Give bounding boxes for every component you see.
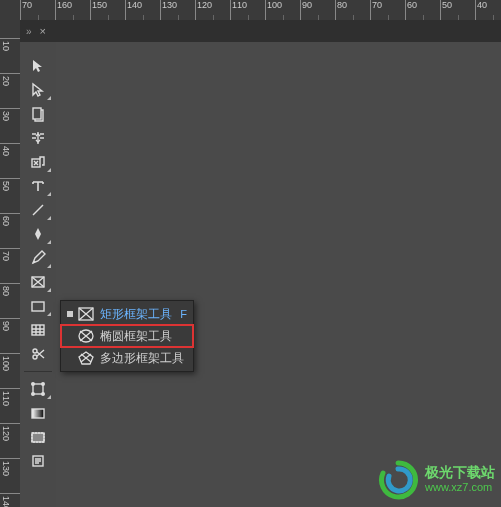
ruler-tick: 120 <box>0 423 20 458</box>
svg-point-11 <box>32 393 35 396</box>
selection-tool-icon[interactable] <box>23 54 53 78</box>
ruler-tick: 110 <box>230 0 265 20</box>
content-collector-tool-icon[interactable] <box>23 150 53 174</box>
ruler-tick: 140 <box>125 0 160 20</box>
ruler-tick: 90 <box>0 318 20 353</box>
ruler-tick: 90 <box>300 0 335 20</box>
type-tool-icon[interactable] <box>23 174 53 198</box>
ruler-tick: 20 <box>0 73 20 108</box>
polygon-frame-icon <box>78 351 94 365</box>
ruler-tick: 150 <box>90 0 125 20</box>
rectangle-frame-tool-item[interactable]: 矩形框架工具F <box>61 303 193 325</box>
ellipse-frame-tool-item[interactable]: 椭圆框架工具 <box>61 325 193 347</box>
page-tool-icon[interactable] <box>23 102 53 126</box>
ruler-tick: 80 <box>335 0 370 20</box>
watermark-title: 极光下载站 <box>425 465 495 480</box>
watermark-logo-icon <box>377 459 419 501</box>
free-transform-tool-icon[interactable] <box>23 377 53 401</box>
gradient-swatch-tool-icon[interactable] <box>23 401 53 425</box>
svg-rect-4 <box>32 302 44 311</box>
svg-point-12 <box>42 393 45 396</box>
ruler-tick: 130 <box>160 0 195 20</box>
scissors-tool-icon[interactable] <box>23 342 53 366</box>
menu-item-label: 多边形框架工具 <box>100 350 187 367</box>
ruler-tick: 40 <box>0 143 20 178</box>
ruler-tick: 100 <box>265 0 300 20</box>
watermark-url: www.xz7.com <box>425 480 495 495</box>
canvas-area[interactable] <box>56 42 501 507</box>
svg-point-7 <box>33 349 37 353</box>
note-tool-icon[interactable] <box>23 449 53 473</box>
ruler-tick: 140 <box>0 493 20 507</box>
rectangle-tool-icon[interactable] <box>23 294 53 318</box>
ruler-tick: 100 <box>0 353 20 388</box>
menu-item-label: 椭圆框架工具 <box>100 328 187 345</box>
ruler-tick: 50 <box>0 178 20 213</box>
gap-tool-icon[interactable] <box>23 126 53 150</box>
direct-selection-tool-icon[interactable] <box>23 78 53 102</box>
ruler-tick: 70 <box>370 0 405 20</box>
svg-rect-0 <box>33 108 41 119</box>
tool-separator <box>24 371 52 372</box>
vertical-ruler[interactable]: 102030405060708090100110120130140 <box>0 20 21 507</box>
ruler-tick: 60 <box>0 213 20 248</box>
ruler-tick: 160 <box>55 0 90 20</box>
menu-item-shortcut: F <box>180 308 187 320</box>
pencil-tool-icon[interactable] <box>23 246 53 270</box>
ruler-tick: 40 <box>475 0 501 20</box>
current-indicator-icon <box>67 311 73 317</box>
line-tool-icon[interactable] <box>23 198 53 222</box>
ruler-tick: 10 <box>0 38 20 73</box>
svg-point-9 <box>32 383 35 386</box>
menu-item-label: 矩形框架工具 <box>100 306 174 323</box>
close-icon[interactable]: × <box>40 25 46 37</box>
document-tab-bar: » × <box>20 20 501 42</box>
ruler-tick: 80 <box>0 283 20 318</box>
rect-frame-icon <box>78 307 94 321</box>
watermark: 极光下载站 www.xz7.com <box>377 459 495 501</box>
svg-rect-14 <box>32 433 44 442</box>
ruler-tick: 30 <box>0 108 20 143</box>
panel-expand-icon[interactable]: » <box>24 26 34 37</box>
ruler-tick: 120 <box>195 0 230 20</box>
svg-rect-5 <box>32 325 44 335</box>
svg-point-10 <box>42 383 45 386</box>
ruler-tick: 110 <box>0 388 20 423</box>
rectangle-frame-tool-icon[interactable] <box>23 270 53 294</box>
app-window: 70160150140130120110100908070605040 1020… <box>0 0 501 507</box>
horizontal-ruler[interactable]: 70160150140130120110100908070605040 <box>0 0 501 21</box>
ruler-tick: 70 <box>20 0 55 20</box>
svg-point-2 <box>37 233 39 235</box>
ruler-tick: 60 <box>405 0 440 20</box>
polygon-frame-tool-item[interactable]: 多边形框架工具 <box>61 347 193 369</box>
pen-tool-icon[interactable] <box>23 222 53 246</box>
svg-point-6 <box>33 355 37 359</box>
frame-tool-flyout: 矩形框架工具F椭圆框架工具多边形框架工具 <box>60 300 194 372</box>
svg-rect-8 <box>33 384 43 394</box>
table-tool-icon[interactable] <box>23 318 53 342</box>
ruler-tick: 130 <box>0 458 20 493</box>
gradient-feather-tool-icon[interactable] <box>23 425 53 449</box>
ellipse-frame-icon <box>78 329 94 343</box>
tools-panel <box>20 42 57 507</box>
svg-rect-13 <box>32 409 44 418</box>
ruler-tick: 70 <box>0 248 20 283</box>
ruler-tick: 50 <box>440 0 475 20</box>
